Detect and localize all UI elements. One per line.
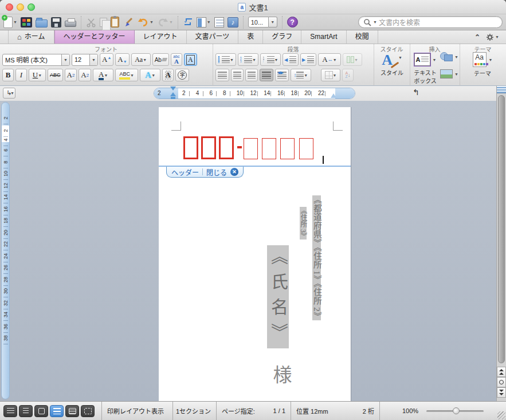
postal-box-thin[interactable]: [280, 138, 295, 159]
zoom-slider-thumb[interactable]: [453, 407, 460, 414]
previous-page-button[interactable]: [497, 367, 506, 377]
position-status[interactable]: 位置 12mm 2 桁: [291, 402, 380, 420]
postal-box-thick[interactable]: [219, 136, 234, 159]
ribbon-tab-6[interactable]: SmartArt: [301, 30, 346, 44]
outline-view-button[interactable]: [19, 405, 33, 417]
postal-box-thin[interactable]: [262, 138, 276, 159]
zoom-combo[interactable]: 10... ▼: [248, 17, 277, 28]
sort-button[interactable]: AZ↓: [342, 69, 354, 81]
borders-button[interactable]: ▼: [321, 69, 340, 81]
ribbon-tab-4[interactable]: 表: [238, 30, 263, 44]
close-header-icon[interactable]: ✕: [230, 168, 238, 176]
themes-button[interactable]: Aa▼ テーマ: [469, 52, 496, 77]
clear-formatting-button[interactable]: Ab: [152, 53, 169, 66]
indent-marker[interactable]: [170, 87, 176, 101]
copy-button[interactable]: [100, 18, 107, 27]
search-field[interactable]: ▼ 文書内を検索: [358, 16, 503, 28]
italic-button[interactable]: I: [15, 69, 27, 81]
change-case-button[interactable]: Aa▼: [131, 53, 151, 66]
columns-button[interactable]: ▼: [343, 53, 362, 66]
focus-view-button[interactable]: [81, 405, 95, 417]
ribbon-tab-2[interactable]: レイアウト: [135, 30, 187, 44]
undo-button[interactable]: ▼: [138, 17, 154, 28]
split-window-handle[interactable]: [497, 86, 506, 93]
save-button[interactable]: [51, 17, 61, 28]
media-browser-button[interactable]: ♪: [227, 17, 238, 28]
strikethrough-button[interactable]: ABC: [48, 69, 63, 81]
collapse-ribbon-button[interactable]: ⌃: [474, 33, 480, 41]
multilevel-list-button[interactable]: 1ai▼: [260, 53, 281, 66]
line-spacing-button[interactable]: ↕▼: [291, 69, 311, 81]
highlight-button[interactable]: ABC▼: [115, 69, 138, 81]
postal-box-thick[interactable]: [201, 136, 216, 159]
new-document-button[interactable]: ▼: [3, 17, 17, 28]
postal-box-thick[interactable]: [183, 136, 198, 159]
vertical-ruler[interactable]: 22468101214161820222426283032343638: [1, 102, 10, 399]
ribbon-tab-0[interactable]: ⌂ホーム: [8, 30, 54, 44]
document-page[interactable]: ヘッダー 閉じる ✕ 《都道府県》《住所 1》《住所 2》 《住所 3》 《氏名…: [159, 107, 351, 401]
elements-button[interactable]: [214, 17, 224, 28]
title-bar[interactable]: a 文書1: [0, 0, 506, 14]
cut-button[interactable]: [86, 17, 96, 28]
subscript-button[interactable]: A2: [79, 69, 91, 81]
open-button[interactable]: [36, 17, 48, 28]
postal-box-thin[interactable]: [299, 138, 313, 159]
phonetic-guide-button[interactable]: abcA: [171, 53, 182, 66]
ribbon-tab-1[interactable]: ヘッダーとフッター: [54, 30, 135, 44]
text-effects-button[interactable]: A▼: [140, 69, 160, 81]
view-mode-status[interactable]: 印刷レイアウト表示: [102, 402, 173, 420]
notebook-view-button[interactable]: [65, 405, 79, 417]
scrollbar-thumb[interactable]: [498, 95, 505, 363]
decrease-indent-button[interactable]: ◀: [283, 53, 299, 66]
print-button[interactable]: [65, 17, 76, 27]
distribute-button[interactable]: ◀▶: [275, 69, 289, 81]
styles-button[interactable]: A▼ スタイル: [378, 52, 406, 76]
tab-stop-selector[interactable]: ↳▼: [3, 88, 15, 99]
increase-indent-button[interactable]: ▶: [300, 53, 316, 66]
justify-button[interactable]: [260, 69, 273, 81]
address-merge-field-2[interactable]: 《住所 3》: [300, 207, 307, 240]
character-spacing-button[interactable]: A↔▼: [318, 53, 341, 66]
print-layout-view-button[interactable]: [50, 405, 64, 417]
select-browse-object-button[interactable]: [497, 377, 506, 387]
page-status[interactable]: ページ指定: 1 / 1: [217, 402, 291, 420]
align-left-button[interactable]: [215, 69, 229, 81]
paste-button[interactable]: [111, 17, 119, 28]
bullets-button[interactable]: ▼: [215, 53, 236, 66]
numbering-button[interactable]: 123▼: [238, 53, 258, 66]
search-scope-arrow[interactable]: ▼: [373, 20, 377, 24]
character-border-button[interactable]: A: [184, 53, 197, 66]
enclose-character-button[interactable]: 字: [175, 69, 189, 81]
draft-view-button[interactable]: [3, 405, 17, 417]
vertical-scrollbar[interactable]: [496, 86, 506, 401]
font-name-combo[interactable]: MS 明朝 (本文)▼: [2, 54, 70, 66]
align-center-button[interactable]: [231, 69, 244, 81]
textbox-button[interactable]: A▼ テキスト ボックス: [414, 53, 437, 84]
font-size-combo[interactable]: 12▼: [72, 54, 98, 66]
shapes-button[interactable]: ▼: [440, 52, 458, 61]
ribbon-tab-3[interactable]: 文書パーツ: [187, 30, 239, 44]
columns-view-button[interactable]: ▼: [197, 17, 211, 28]
texture-fill-button[interactable]: A: [162, 69, 174, 81]
align-right-button[interactable]: [245, 69, 258, 81]
grow-font-button[interactable]: A▲: [100, 53, 113, 66]
ribbon-tab-7[interactable]: 校閲: [347, 30, 378, 44]
ribbon-settings-button[interactable]: ▼: [486, 33, 499, 41]
show-marks-button[interactable]: [183, 17, 193, 28]
underline-button[interactable]: U▼: [29, 69, 46, 81]
horizontal-ruler[interactable]: 2 246810121416182022: [154, 88, 355, 99]
help-button[interactable]: ?: [287, 17, 298, 28]
section-status[interactable]: 1セクション: [173, 402, 217, 420]
bold-button[interactable]: B: [2, 69, 14, 81]
name-merge-field[interactable]: 《氏名》: [267, 245, 289, 348]
resize-grip[interactable]: [497, 411, 505, 419]
superscript-button[interactable]: A2: [65, 69, 77, 81]
document-area[interactable]: 22468101214161820222426283032343638 ヘッダー…: [0, 101, 496, 401]
zoom-slider[interactable]: [426, 410, 484, 412]
next-page-button[interactable]: [497, 387, 506, 398]
address-merge-field-1[interactable]: 《都道府県》《住所 1》《住所 2》: [312, 195, 321, 320]
right-indent-marker[interactable]: [331, 93, 336, 98]
header-tab[interactable]: ヘッダー 閉じる ✕: [166, 167, 244, 178]
zoom-value[interactable]: 10...: [248, 17, 269, 28]
redo-button[interactable]: ▼: [157, 17, 173, 28]
